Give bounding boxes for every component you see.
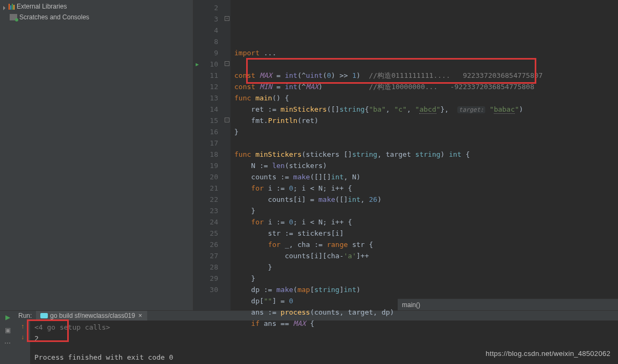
watermark: https://blog.csdn.net/weixin_48502062 — [486, 350, 610, 358]
project-sidebar[interactable]: External Libraries Scratches and Console… — [0, 0, 193, 310]
line-number[interactable]: 12 — [193, 81, 218, 92]
debug-toolbar-icon[interactable]: ▣ — [3, 326, 12, 334]
line-number[interactable]: 14 — [193, 104, 218, 115]
close-icon[interactable]: × — [137, 312, 143, 319]
code-line[interactable] — [234, 36, 618, 47]
code-line[interactable]: counts[i] = make([]int, 26) — [234, 194, 618, 205]
sidebar-item-label: Scratches and Consoles — [19, 13, 89, 21]
code-editor[interactable]: 2348910▶11121314151617181920212223242526… — [193, 0, 618, 310]
line-number[interactable]: 18 — [193, 149, 218, 160]
fold-toggle[interactable]: − — [225, 118, 229, 122]
code-line[interactable]: counts[i][cha-'a']++ — [234, 250, 618, 261]
code-area[interactable]: import ...const MAX = int(^uint(0) >> 1)… — [231, 0, 618, 310]
exit-line: Process finished with exit code 0 — [34, 353, 173, 361]
line-number[interactable]: 25 — [193, 228, 218, 239]
line-number[interactable]: 8 — [193, 36, 218, 47]
code-line[interactable] — [234, 137, 618, 149]
run-button[interactable]: ▶ — [3, 313, 12, 322]
code-line[interactable]: } — [234, 273, 618, 284]
line-number-gutter[interactable]: 2348910▶11121314151617181920212223242526… — [193, 0, 224, 310]
line-number[interactable]: 27 — [193, 250, 218, 261]
breadcrumb[interactable]: main() — [398, 299, 618, 310]
run-label: Run: — [18, 312, 32, 319]
run-output-gutter: ↑ ↓ — [15, 321, 30, 364]
line-number[interactable]: 2 — [193, 2, 218, 13]
go-icon — [40, 313, 48, 318]
code-line[interactable]: str := stickers[i] — [234, 228, 618, 239]
breadcrumb-label: main() — [402, 301, 420, 309]
code-line[interactable]: func main() { — [234, 92, 618, 104]
code-line[interactable]: dp := make(map[string]int) — [234, 284, 618, 295]
chevron-right-icon — [2, 4, 6, 9]
code-line[interactable]: } — [234, 126, 618, 137]
line-number[interactable]: 11 — [193, 70, 218, 81]
line-number[interactable]: 15 — [193, 115, 218, 126]
line-number[interactable]: 29 — [193, 273, 218, 284]
down-arrow-icon[interactable]: ↓ — [21, 333, 24, 341]
library-icon — [9, 4, 15, 10]
line-number[interactable]: 17 — [193, 137, 218, 149]
line-number[interactable]: 21 — [193, 183, 218, 194]
code-line[interactable] — [234, 59, 618, 70]
code-line[interactable]: fmt.Println(ret) — [234, 115, 618, 126]
code-line[interactable]: import ... — [234, 47, 618, 59]
line-number[interactable]: 9 — [193, 47, 218, 59]
line-number[interactable]: 28 — [193, 261, 218, 273]
code-line[interactable]: for i := 0; i < N; i++ { — [234, 183, 618, 194]
line-number[interactable]: 20 — [193, 171, 218, 183]
line-number[interactable]: 4 — [193, 25, 218, 36]
up-arrow-icon[interactable]: ↑ — [21, 323, 24, 330]
line-number[interactable]: 16 — [193, 126, 218, 137]
line-number[interactable]: 3 — [193, 13, 218, 25]
line-number[interactable]: 13 — [193, 92, 218, 104]
code-line[interactable]: counts := make([][]int, N) — [234, 171, 618, 183]
line-number[interactable]: 26 — [193, 239, 218, 250]
code-line[interactable]: func minStickers(stickers []string, targ… — [234, 149, 618, 160]
setup-calls-line: <4 go setup calls> — [34, 323, 110, 331]
scratches-icon — [10, 14, 17, 20]
line-number[interactable]: 23 — [193, 205, 218, 216]
line-number[interactable]: 24 — [193, 216, 218, 228]
fold-column[interactable]: +−− — [224, 0, 231, 310]
line-number[interactable]: 30 — [193, 284, 218, 295]
code-line[interactable]: } — [234, 261, 618, 273]
code-line[interactable]: const MIN = int(^MAX) //构造10000000... -9… — [234, 81, 618, 92]
run-tab[interactable]: go build sf/newclass/class019 × — [36, 311, 147, 321]
sidebar-item-external-libraries[interactable]: External Libraries — [0, 1, 193, 12]
fold-toggle[interactable]: − — [225, 61, 229, 66]
run-tab-label: go build sf/newclass/class019 — [50, 312, 135, 319]
code-line[interactable]: const MAX = int(^uint(0) >> 1) //构造01111… — [234, 70, 618, 81]
code-line[interactable]: for i := 0; i < N; i++ { — [234, 216, 618, 228]
code-line[interactable]: } — [234, 205, 618, 216]
output-value: 2 — [34, 334, 39, 343]
line-number[interactable]: 10▶ — [193, 59, 218, 70]
fold-toggle[interactable]: + — [225, 16, 229, 21]
code-line[interactable]: N := len(stickers) — [234, 160, 618, 171]
sidebar-item-label: External Libraries — [17, 3, 67, 10]
code-line[interactable]: for _, cha := range str { — [234, 239, 618, 250]
run-toolbar-left: ▶ ▣ ⋯ — [0, 311, 15, 364]
code-line[interactable]: ret := minStickers([]string{"ba", "c", "… — [234, 104, 618, 115]
line-number[interactable]: 19 — [193, 160, 218, 171]
line-number[interactable]: 22 — [193, 194, 218, 205]
sidebar-item-scratches[interactable]: Scratches and Consoles — [0, 12, 193, 23]
more-icon[interactable]: ⋯ — [3, 339, 12, 347]
